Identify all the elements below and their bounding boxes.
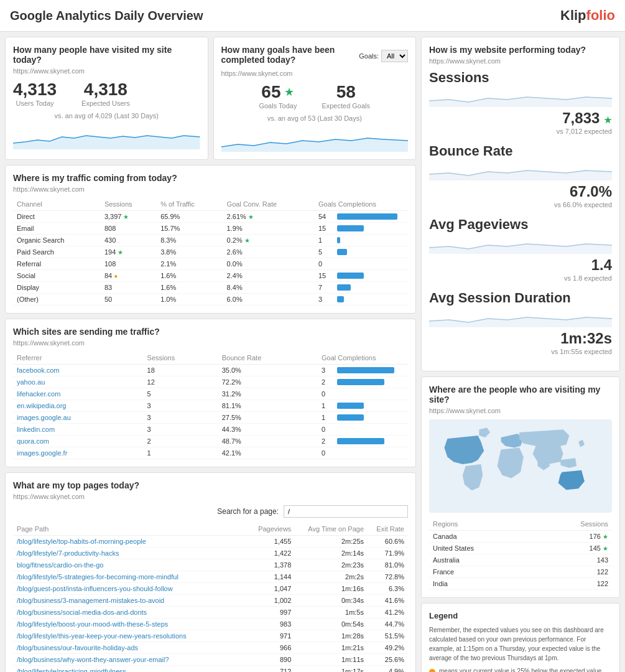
region-name: Canada (429, 531, 535, 543)
bounce-cell: 44.3% (218, 424, 318, 436)
path-cell[interactable]: /blog/lifestyle/7-productivity-hacks (13, 548, 249, 559)
views-cell: 890 (249, 654, 295, 666)
perf-expected: vs 1m:55s expected (551, 348, 612, 355)
path-cell[interactable]: blog/fitness/cardio-on-the-go (13, 559, 249, 571)
region-sessions: 122 (535, 566, 612, 578)
exit-cell: 44.7% (368, 618, 408, 630)
path-cell[interactable]: /blog/lifestyle/top-habits-of-morning-pe… (13, 536, 249, 548)
goals-today-value: 65 (261, 82, 280, 102)
goals-filter-select[interactable]: All (381, 50, 408, 62)
goals-bar-cell (333, 211, 408, 223)
referral-table: Referrer Sessions Bounce Rate Goal Compl… (13, 352, 408, 459)
referral-row: yahoo.au 12 72.2% 2 (13, 376, 408, 388)
referrer-cell: quora.com (13, 436, 144, 447)
referrer-cell: lifehacker.com (13, 388, 144, 400)
time-cell: 2m:14s (295, 548, 368, 559)
channel-cell: Paid Search (13, 246, 101, 258)
page-row: /blog/lifestyle/5-strategies-for-becomin… (13, 571, 408, 583)
goals-num-cell: 3 (315, 294, 333, 306)
bounce-cell: 35.0% (218, 365, 318, 376)
page-row: /blog/lifestyle/this-year-keep-your-new-… (13, 630, 408, 642)
col-bounce: Bounce Rate (218, 352, 318, 365)
goals-num-cell: 54 (315, 211, 333, 223)
goals-card: How many goals have been completed today… (213, 37, 417, 160)
path-cell[interactable]: /blog/lifestyle/practicing-mindfulness (13, 666, 249, 673)
sessions-cell: 50 (101, 294, 157, 306)
path-cell[interactable]: /blog/lifestyle/boost-your-mood-with-the… (13, 618, 249, 630)
page-row: /blog/business/our-favourite-holiday-ads… (13, 642, 408, 654)
bounce-cell: 42.1% (218, 447, 318, 459)
views-cell: 1,455 (249, 536, 295, 548)
perf-value: 7,833 ★ (562, 110, 612, 126)
exit-cell: 81.0% (368, 559, 408, 571)
sessions-cell: 808 (101, 223, 157, 235)
col-ref-goals: Goal Completions (318, 352, 408, 365)
pages-title: What are my top pages today? (13, 480, 408, 490)
goals-bar-cell (333, 282, 408, 294)
path-cell[interactable]: /blog/lifestyle/5-strategies-for-becomin… (13, 571, 249, 583)
ref-goals-num: 0 (318, 447, 333, 459)
col-exit: Exit Rate (368, 523, 408, 536)
ref-goals-bar (333, 376, 408, 388)
world-map (429, 419, 612, 513)
bounce-cell: 81.1% (218, 400, 318, 412)
region-name: United States (429, 543, 535, 554)
sessions-cell: 84 ● (101, 270, 157, 282)
time-cell: 2m:2s (295, 571, 368, 583)
traffic-row: Social 84 ● 1.6% 2.4% 15 (13, 270, 408, 282)
search-input[interactable] (284, 505, 408, 518)
path-cell[interactable]: /blog/business/our-favourite-holiday-ads (13, 642, 249, 654)
bounce-cell: 31.2% (218, 388, 318, 400)
region-name: India (429, 578, 535, 590)
traffic-table: Channel Sessions % of Traffic Goal Conv.… (13, 198, 408, 306)
expected-goals-label: Expected Goals (322, 102, 370, 110)
conv-cell: 0.2% ★ (223, 235, 315, 246)
ref-sessions-cell: 18 (144, 365, 218, 376)
conv-cell: 8.4% (223, 282, 315, 294)
time-cell: 2m:25s (295, 536, 368, 548)
geo-title: Where are the people who are visiting my… (429, 385, 612, 404)
page-row: /blog/lifestyle/practicing-mindfulness 7… (13, 666, 408, 673)
pct-cell: 2.1% (157, 258, 223, 270)
ref-goals-num: 2 (318, 436, 333, 447)
path-cell[interactable]: /blog/guest-post/insta-influencers-you-s… (13, 583, 249, 595)
pct-cell: 1.6% (157, 270, 223, 282)
search-label: Search for a page: (217, 507, 279, 516)
svg-marker-5 (429, 317, 612, 327)
svg-marker-3 (429, 170, 612, 180)
referral-row: facebook.com 18 35.0% 3 (13, 365, 408, 376)
path-cell[interactable]: /blog/lifestyle/this-year-keep-your-new-… (13, 630, 249, 642)
page-row: /blog/lifestyle/boost-your-mood-with-the… (13, 618, 408, 630)
page-title: Google Analytics Daily Overview (10, 9, 203, 23)
bounce-cell: 72.2% (218, 376, 318, 388)
pct-cell: 8.3% (157, 235, 223, 246)
orange-legend-text: means your current value is 25% below th… (439, 668, 603, 672)
performance-url: https://www.skynet.com (429, 57, 612, 65)
page-row: /blog/guest-post/insta-influencers-you-s… (13, 583, 408, 595)
ref-sessions-cell: 3 (144, 424, 218, 436)
perf-section: Avg Pageviews 1.4 vs 1.8 expected (429, 217, 612, 282)
path-cell[interactable]: /blog/business/social-media-dos-and-dont… (13, 607, 249, 618)
ref-sessions-cell: 3 (144, 412, 218, 424)
perf-value: 67.0% (570, 183, 612, 200)
goals-url: https://www.skynet.com (221, 70, 409, 77)
exit-cell: 72.8% (368, 571, 408, 583)
views-cell: 1,144 (249, 571, 295, 583)
perf-label: Sessions (429, 70, 612, 86)
goals-avg: vs. an avg of 53 (Last 30 Days) (221, 114, 409, 122)
conv-cell: 2.61% ★ (223, 211, 315, 223)
path-cell[interactable]: /blog/business/why-wont-they-answer-your… (13, 654, 249, 666)
time-cell: 1m:28s (295, 630, 368, 642)
path-cell[interactable]: /blog/business/3-management-mistakes-to-… (13, 595, 249, 607)
pct-cell: 15.7% (157, 223, 223, 235)
page-row: /blog/lifestyle/7-productivity-hacks 1,4… (13, 548, 408, 559)
exit-cell: 71.9% (368, 548, 408, 559)
goals-num-cell: 0 (315, 258, 333, 270)
performance-card: How is my website performing today? http… (421, 37, 620, 371)
legend-body: Remember, the expected values you see on… (429, 625, 612, 663)
sessions-cell: 194 ★ (101, 246, 157, 258)
referral-card: Which sites are sending me traffic? http… (5, 319, 416, 467)
pages-card: What are my top pages today? https://www… (5, 472, 416, 672)
views-cell: 1,378 (249, 559, 295, 571)
traffic-row: Email 808 15.7% 1.9% 15 (13, 223, 408, 235)
